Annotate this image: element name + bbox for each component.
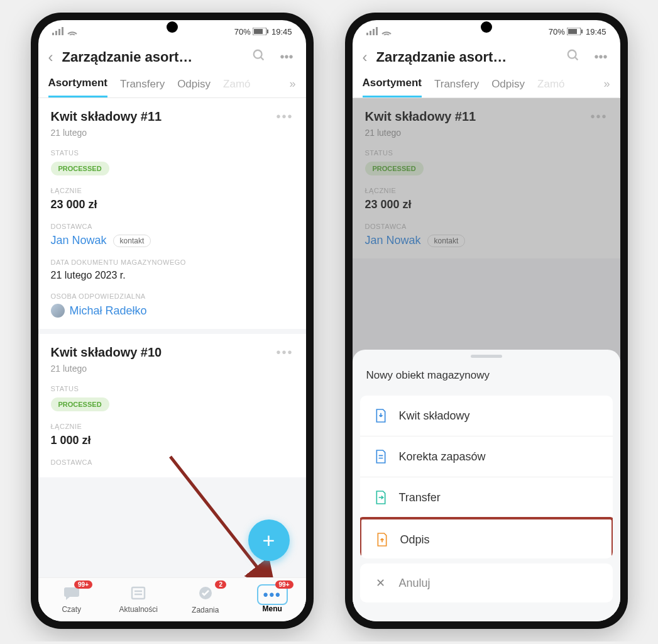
- app-header: ‹ Zarządzanie asort… •••: [353, 40, 620, 73]
- phone-right: 70% 19:45 ‹ Zarządzanie asort… ••• Asort…: [345, 13, 628, 629]
- svg-line-8: [261, 57, 264, 60]
- svg-rect-1: [55, 31, 57, 35]
- svg-rect-19: [568, 29, 577, 34]
- status-badge: PROCESSED: [51, 162, 109, 175]
- svg-rect-2: [58, 29, 60, 35]
- fab-add-button[interactable]: +: [248, 519, 290, 561]
- tab-asortyment[interactable]: Asortyment: [363, 77, 422, 97]
- nav-label: Aktualności: [119, 605, 158, 614]
- docdate-value: 21 lutego 2023 r.: [51, 270, 293, 281]
- nav-tasks[interactable]: 2 Zadania: [172, 578, 239, 621]
- card-menu-icon[interactable]: •••: [276, 345, 293, 360]
- card-item[interactable]: Kwit składowy #10 21 lutego ••• STATUS P…: [38, 334, 306, 477]
- back-icon[interactable]: ‹: [363, 48, 368, 66]
- nav-menu[interactable]: ••• 99+ Menu: [239, 578, 306, 621]
- tab-zamowienia[interactable]: Zamó: [537, 78, 564, 97]
- tabs-scroll-icon[interactable]: »: [289, 77, 295, 97]
- card-title: Kwit składowy #10: [51, 345, 162, 360]
- tab-transfery[interactable]: Transfery: [434, 78, 479, 97]
- battery-text: 70%: [549, 27, 565, 36]
- sheet-cancel[interactable]: ✕ Anuluj: [360, 564, 613, 602]
- docdate-label: DATA DOKUMENTU MAGAZYNOWEGO: [51, 258, 293, 266]
- news-icon: [131, 586, 146, 604]
- tab-odpisy[interactable]: Odpisy: [177, 78, 211, 97]
- content-scroll: Kwit składowy #11 21 lutego ••• STATUS P…: [353, 98, 620, 621]
- status-right: 70% 19:45: [234, 27, 292, 36]
- svg-rect-5: [254, 29, 263, 34]
- svg-point-21: [568, 50, 576, 58]
- supplier-label: DOSTAWCA: [51, 458, 293, 466]
- sheet-option-label: Kwit składowy: [399, 409, 470, 423]
- svg-rect-6: [267, 30, 268, 33]
- nav-chats[interactable]: 99+ Czaty: [38, 578, 106, 621]
- phone-left: 70% 19:45 ‹ Zarządzanie asort… ••• Asort…: [31, 13, 314, 629]
- bottom-nav: 99+ Czaty Aktualności 2 Zadania •••: [38, 577, 306, 621]
- total-value: 1 000 zł: [51, 434, 293, 447]
- status-label: STATUS: [51, 149, 293, 157]
- sheet-cancel-label: Anuluj: [399, 577, 430, 590]
- tasks-icon: [198, 586, 213, 604]
- nav-label: Czaty: [62, 605, 81, 614]
- svg-point-7: [254, 50, 262, 58]
- svg-rect-20: [581, 30, 583, 33]
- card-date: 21 lutego: [51, 128, 162, 138]
- tabs: Asortyment Transfery Odpisy Zamó »: [353, 73, 620, 98]
- tabs-scroll-icon[interactable]: »: [603, 77, 610, 97]
- tabs: Asortyment Transfery Odpisy Zamó »: [38, 73, 306, 98]
- sheet-option-label: Odpis: [400, 533, 430, 547]
- card-item[interactable]: Kwit składowy #11 21 lutego ••• STATUS P…: [38, 98, 306, 329]
- total-label: ŁĄCZNIE: [51, 187, 293, 194]
- status-label: STATUS: [51, 385, 293, 392]
- sheet-handle[interactable]: [471, 355, 502, 358]
- status-badge: PROCESSED: [51, 397, 109, 411]
- signal-icon: [366, 26, 392, 37]
- more-icon[interactable]: •••: [277, 47, 295, 67]
- status-right: 70% 19:45: [549, 27, 606, 36]
- avatar: [51, 304, 65, 318]
- svg-line-22: [575, 57, 578, 60]
- responsible-link[interactable]: Michał Radełko: [70, 304, 147, 318]
- sheet-option-korekta[interactable]: Korekta zapasów: [360, 436, 613, 477]
- nav-badge: 2: [215, 580, 226, 589]
- document-down-icon: [374, 408, 388, 423]
- sheet-option-kwit[interactable]: Kwit składowy: [360, 396, 613, 436]
- sheet-option-label: Transfer: [399, 491, 441, 504]
- clock: 19:45: [586, 27, 606, 36]
- total-label: ŁĄCZNIE: [51, 423, 293, 430]
- supplier-link[interactable]: Jan Nowak: [51, 234, 107, 247]
- bottom-sheet: Nowy obiekt magazynowy Kwit składowy Kor…: [353, 350, 620, 621]
- card-menu-icon[interactable]: •••: [276, 109, 293, 124]
- close-icon: ✕: [374, 576, 388, 590]
- search-icon[interactable]: [564, 46, 583, 68]
- page-title: Zarządzanie asort…: [62, 49, 241, 65]
- screen-right: 70% 19:45 ‹ Zarządzanie asort… ••• Asort…: [353, 20, 620, 621]
- tab-asortyment[interactable]: Asortyment: [48, 77, 107, 97]
- page-title: Zarządzanie asort…: [376, 49, 556, 65]
- tab-transfery[interactable]: Transfery: [120, 78, 165, 97]
- svg-rect-10: [132, 587, 145, 599]
- tab-zamowienia[interactable]: Zamó: [223, 78, 250, 97]
- content-scroll[interactable]: Kwit składowy #11 21 lutego ••• STATUS P…: [38, 98, 306, 621]
- nav-news[interactable]: Aktualności: [105, 578, 172, 621]
- svg-rect-0: [52, 33, 54, 35]
- nav-badge: 99+: [275, 580, 293, 589]
- sheet-option-transfer[interactable]: Transfer: [360, 477, 613, 518]
- tab-odpisy[interactable]: Odpisy: [491, 78, 525, 97]
- supplier-chip[interactable]: kontakt: [113, 235, 151, 247]
- clock: 19:45: [271, 27, 292, 36]
- card-date: 21 lutego: [51, 364, 162, 374]
- menu-icon: •••: [257, 587, 288, 603]
- back-icon[interactable]: ‹: [48, 48, 53, 66]
- app-header: ‹ Zarządzanie asort… •••: [38, 40, 306, 73]
- sheet-option-label: Korekta zapasów: [399, 450, 486, 464]
- document-swap-icon: [374, 449, 388, 464]
- nav-label: Zadania: [192, 606, 219, 614]
- more-icon[interactable]: •••: [591, 47, 610, 67]
- sheet-option-odpis[interactable]: Odpis: [360, 517, 613, 558]
- total-value: 23 000 zł: [51, 198, 293, 211]
- search-icon[interactable]: [249, 46, 268, 68]
- battery-text: 70%: [234, 27, 251, 36]
- svg-rect-14: [366, 33, 368, 35]
- svg-rect-17: [376, 27, 378, 35]
- document-up-icon: [375, 532, 389, 547]
